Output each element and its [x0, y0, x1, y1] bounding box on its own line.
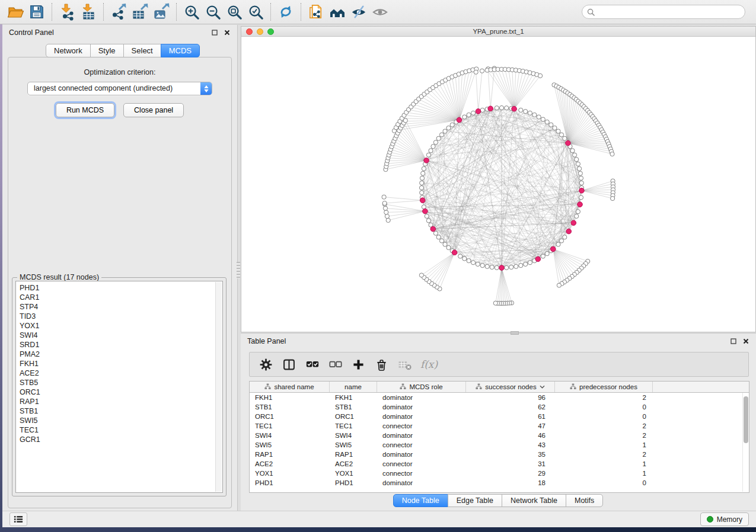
mcds-tab-content: Optimization criterion: largest connecte… — [8, 57, 232, 508]
close-panel-button[interactable] — [224, 29, 231, 36]
zoom-window-button[interactable] — [267, 28, 274, 35]
mcds-result-item[interactable]: SWI5 — [20, 416, 222, 425]
tab-mcds[interactable]: MCDS — [161, 44, 200, 57]
column-header-successor_nodes[interactable]: successor nodes — [466, 382, 555, 392]
first-neighbors-button[interactable] — [327, 2, 348, 22]
columns-icon — [283, 358, 295, 371]
search-input[interactable] — [598, 8, 740, 16]
float-table-panel-button[interactable] — [730, 338, 737, 345]
tree-icon — [264, 383, 271, 391]
tab-select[interactable]: Select — [123, 44, 161, 57]
create-column-button[interactable] — [347, 354, 370, 374]
search-box[interactable] — [582, 5, 745, 19]
scrollbar-thumb[interactable] — [744, 396, 748, 443]
zoom-out-icon — [205, 4, 222, 21]
mcds-result-item[interactable]: SRD1 — [20, 340, 222, 350]
table-toolbar: f(x) — [249, 352, 749, 377]
mcds-result-item[interactable]: STP4 — [20, 302, 222, 312]
table-row[interactable]: SWI5SWI5connector431 — [250, 440, 742, 450]
sort-desc-icon[interactable] — [540, 383, 545, 390]
cell-successor_nodes: 29 — [466, 469, 555, 478]
table-row[interactable]: TEC1TEC1connector472 — [250, 421, 742, 431]
memory-button[interactable]: Memory — [700, 512, 749, 526]
tab-node-table[interactable]: Node Table — [393, 494, 448, 507]
mcds-result-item[interactable]: STB5 — [20, 378, 222, 387]
tab-motifs[interactable]: Motifs — [566, 494, 603, 507]
table-row[interactable]: YOX1YOX1connector291 — [250, 469, 742, 478]
zoom-fit-button[interactable] — [224, 2, 245, 22]
network-window-titlebar[interactable]: YPA_prune.txt_1 — [241, 27, 755, 37]
select-all-rows-button[interactable] — [301, 354, 324, 374]
mcds-result-item[interactable]: GCR1 — [20, 435, 222, 444]
horizontal-splitter-handle[interactable] — [511, 331, 519, 335]
node-table: shared namenameMCDS rolesuccessor nodesp… — [249, 381, 749, 493]
cell-predecessor_nodes: 2 — [555, 431, 653, 440]
tab-network[interactable]: Network — [46, 44, 91, 57]
mcds-result-item[interactable]: TEC1 — [20, 425, 222, 435]
import-network-button[interactable] — [56, 2, 78, 22]
column-header-mcds_role[interactable]: MCDS role — [377, 382, 466, 392]
mcds-result-item[interactable]: ORC1 — [20, 387, 222, 397]
close-table-panel-button[interactable] — [742, 338, 749, 345]
vertical-splitter-handle[interactable] — [237, 262, 240, 278]
network-canvas[interactable] — [241, 37, 755, 332]
mcds-result-item[interactable]: YOX1 — [20, 321, 222, 331]
new-network-from-selection-button[interactable] — [305, 2, 327, 22]
minimize-window-button[interactable] — [257, 28, 263, 35]
cell-successor_nodes: 43 — [466, 440, 555, 450]
column-header-predecessor_nodes[interactable]: predecessor nodes — [555, 382, 653, 392]
table-row[interactable]: STB1STB1dominator620 — [250, 402, 742, 412]
table-row[interactable]: PHD1PHD1dominator180 — [250, 478, 742, 488]
table-row[interactable]: RAP1RAP1dominator352 — [250, 450, 742, 459]
hide-selected-button[interactable] — [348, 2, 369, 22]
export-image-button[interactable] — [151, 2, 172, 22]
cell-name: ORC1 — [330, 412, 377, 421]
mcds-result-item[interactable]: STB1 — [20, 406, 222, 416]
optimization-criterion-select[interactable]: largest connected component (undirected) — [27, 82, 212, 95]
mcds-result-list[interactable]: PHD1CAR1STP4TID3YOX1SWI4SRD1PMA2FKH1ACE2… — [15, 281, 223, 493]
mcds-result-item[interactable]: PMA2 — [20, 350, 222, 359]
close-window-button[interactable] — [246, 28, 253, 35]
column-header-shared_name[interactable]: shared name — [250, 382, 330, 392]
mcds-result-item[interactable]: PHD1 — [20, 283, 222, 293]
export-table-button[interactable] — [129, 2, 151, 22]
show-all-button[interactable] — [369, 2, 391, 22]
table-row[interactable]: ORC1ORC1dominator610 — [250, 412, 742, 421]
optimization-criterion-label: Optimization criterion: — [8, 68, 231, 76]
export-network-button[interactable] — [108, 2, 129, 22]
table-scrollbar[interactable] — [742, 393, 749, 492]
mcds-result-item[interactable]: RAP1 — [20, 397, 222, 406]
mcds-result-item[interactable]: SWI4 — [20, 331, 222, 340]
cell-mcds_role: dominator — [377, 478, 466, 488]
table-settings-button[interactable] — [254, 354, 277, 374]
float-panel-button[interactable] — [211, 29, 218, 36]
save-session-button[interactable] — [26, 2, 47, 22]
refresh-view-button[interactable] — [275, 2, 296, 22]
list-scrollbar-track[interactable] — [215, 282, 222, 492]
table-row[interactable]: ACE2ACE2connector311 — [250, 459, 742, 469]
close-panel-button-mcds[interactable]: Close panel — [123, 103, 184, 117]
tab-network-table[interactable]: Network Table — [502, 494, 566, 507]
mcds-result-item[interactable]: TID3 — [20, 312, 222, 321]
control-panel-title: Control Panel — [9, 28, 54, 37]
tab-edge-table[interactable]: Edge Table — [448, 494, 502, 507]
mcds-result-item[interactable]: CAR1 — [20, 293, 222, 302]
network-graph[interactable] — [241, 37, 755, 331]
task-history-button[interactable] — [9, 512, 27, 526]
mcds-result-item[interactable]: FKH1 — [20, 359, 222, 368]
mcds-result-item[interactable]: ACE2 — [20, 368, 222, 378]
cell-mcds_role: dominator — [377, 393, 466, 402]
deselect-all-rows-button[interactable] — [324, 354, 347, 374]
show-column-panel-button[interactable] — [277, 354, 301, 374]
import-table-button[interactable] — [78, 2, 99, 22]
zoom-selected-button[interactable] — [245, 2, 266, 22]
tab-style[interactable]: Style — [90, 44, 124, 57]
open-session-button[interactable] — [5, 2, 26, 22]
column-header-name[interactable]: name — [330, 382, 377, 392]
delete-column-button[interactable] — [370, 354, 393, 374]
zoom-out-button[interactable] — [202, 2, 224, 22]
table-row[interactable]: SWI4SWI4dominator462 — [250, 431, 742, 440]
table-row[interactable]: FKH1FKH1dominator962 — [250, 393, 742, 402]
run-mcds-button[interactable]: Run MCDS — [56, 103, 114, 117]
zoom-in-button[interactable] — [181, 2, 202, 22]
